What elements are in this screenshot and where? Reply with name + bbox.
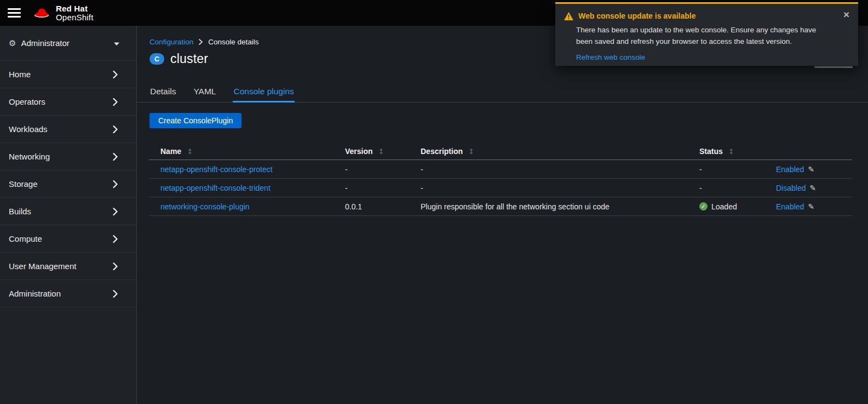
sidebar-item-label: Compute <box>9 234 42 243</box>
breadcrumb: Configuration Console details <box>150 38 259 46</box>
chevron-right-icon <box>113 126 118 133</box>
pencil-edit-icon[interactable]: ✎ <box>809 184 816 192</box>
sidebar-item-label: Workloads <box>9 124 48 134</box>
plugin-name-link[interactable]: netapp-openshift-console-protect <box>160 165 273 174</box>
sidebar-item-label: Operators <box>9 97 45 106</box>
plugin-status-label: Loaded <box>711 202 737 211</box>
sidebar-item-compute[interactable]: Compute <box>0 225 136 253</box>
tab-details[interactable]: Details <box>150 82 176 103</box>
plugin-toggle-link[interactable]: Disabled <box>776 184 806 192</box>
sidebar-item-label: User Management <box>9 261 76 271</box>
column-header-status: Status ↕ <box>699 147 776 156</box>
chevron-right-icon <box>113 235 118 243</box>
sidebar-item-storage[interactable]: Storage <box>0 170 136 198</box>
sort-icon[interactable]: ↕ <box>728 147 734 156</box>
pencil-edit-icon[interactable]: ✎ <box>808 165 814 174</box>
column-header-name: Name ↕ <box>149 147 345 156</box>
brand-logo: Red Hat OpenShift <box>32 4 94 22</box>
chevron-right-icon <box>113 153 118 161</box>
chevron-right-icon <box>113 208 118 215</box>
sidebar-item-label: Storage <box>9 179 38 189</box>
sidebar-item-networking[interactable]: Networking <box>0 143 136 170</box>
warning-triangle-icon <box>564 12 573 20</box>
sidebar-item-builds[interactable]: Builds <box>0 198 136 225</box>
plugin-toggle-link[interactable]: Enabled <box>776 202 804 211</box>
main-content: Configuration Console details C cluster … <box>137 26 868 404</box>
sidebar-item-label: Home <box>9 70 31 79</box>
sort-icon[interactable]: ↕ <box>378 147 384 156</box>
sidebar-item-label: Networking <box>9 152 50 161</box>
plugin-status: - <box>699 165 776 174</box>
sidebar-item-user-management[interactable]: User Management <box>0 253 136 280</box>
tab-console-plugins[interactable]: Console plugins <box>233 82 294 103</box>
table-row: netapp-openshift-console-trident - - - D… <box>149 179 852 197</box>
caret-down-icon <box>113 38 120 48</box>
plugin-description: - <box>421 184 699 192</box>
cogs-icon: ⚙ <box>9 39 16 47</box>
console-plugins-table: Name ↕ Version ↕ Description ↕ Status ↕ … <box>149 143 852 216</box>
table-header-row: Name ↕ Version ↕ Description ↕ Status ↕ <box>149 143 852 160</box>
sidebar-item-operators[interactable]: Operators <box>0 88 136 116</box>
breadcrumb-current: Console details <box>208 38 258 46</box>
close-icon[interactable]: × <box>843 9 849 20</box>
brand-line2: OpenShift <box>56 13 94 22</box>
sidebar-item-home[interactable]: Home <box>0 61 136 88</box>
column-header-label: Name <box>160 147 181 156</box>
sidebar-item-label: Builds <box>9 207 31 216</box>
toast-body: There has been an update to the web cons… <box>576 25 829 48</box>
toast-header: Web console update is available <box>564 12 849 20</box>
plugin-name-cell: netapp-openshift-console-trident <box>149 184 345 192</box>
chevron-right-icon <box>113 180 118 188</box>
plugin-name-link[interactable]: netapp-openshift-console-trident <box>160 184 271 192</box>
tab-bar: Details YAML Console plugins <box>137 82 868 103</box>
page-title-row: C cluster <box>150 52 208 66</box>
success-check-icon: ✓ <box>699 202 708 210</box>
breadcrumb-configuration-link[interactable]: Configuration <box>150 38 193 46</box>
sidebar-nav: ⚙ Administrator Home Operators Workloads… <box>0 26 137 404</box>
chevron-right-icon <box>113 98 118 106</box>
brand-line1: Red Hat <box>56 4 94 13</box>
chevron-right-icon <box>113 71 118 78</box>
plugin-toggle-cell: Disabled ✎ <box>776 184 852 192</box>
column-header-description: Description ↕ <box>421 147 699 156</box>
table-row: netapp-openshift-console-protect - - - E… <box>149 160 852 179</box>
plugin-name-link[interactable]: networking-console-plugin <box>160 202 250 211</box>
plugin-name-cell: netapp-openshift-console-protect <box>149 165 345 174</box>
plugin-description: Plugin responsible for all the networkin… <box>421 202 699 211</box>
chevron-right-icon <box>113 263 118 270</box>
plugin-version: - <box>345 184 421 192</box>
chevron-right-icon <box>113 290 118 298</box>
plugin-name-cell: networking-console-plugin <box>149 202 345 211</box>
column-header-label: Description <box>421 147 463 156</box>
nav-toggle-hamburger-icon[interactable] <box>8 8 21 18</box>
column-header-version: Version ↕ <box>345 147 421 156</box>
plugin-toggle-cell: Enabled ✎ <box>776 165 852 174</box>
column-header-label: Version <box>345 147 373 156</box>
tab-yaml[interactable]: YAML <box>193 82 216 103</box>
refresh-web-console-link[interactable]: Refresh web console <box>576 53 645 61</box>
create-consoleplugin-button[interactable]: Create ConsolePlugin <box>150 113 242 128</box>
plugin-toggle-link[interactable]: Enabled <box>776 165 804 174</box>
brand-text: Red Hat OpenShift <box>56 4 94 22</box>
breadcrumb-separator-icon <box>199 39 203 45</box>
sidebar-item-workloads[interactable]: Workloads <box>0 116 136 143</box>
sort-icon[interactable]: ↕ <box>187 147 193 156</box>
plugin-toggle-cell: Enabled ✎ <box>776 202 852 211</box>
update-notification-toast: Web console update is available × There … <box>555 2 858 66</box>
resource-badge: C <box>150 53 164 65</box>
plugin-version: - <box>345 165 421 174</box>
sidebar-item-administration[interactable]: Administration <box>0 280 136 308</box>
perspective-switcher[interactable]: ⚙ Administrator <box>0 26 136 61</box>
plugin-status: ✓ Loaded <box>699 202 776 211</box>
plugin-version: 0.0.1 <box>345 202 421 211</box>
perspective-label: Administrator <box>21 38 69 48</box>
pencil-edit-icon[interactable]: ✎ <box>808 202 814 211</box>
page-title: cluster <box>170 52 208 66</box>
sort-icon[interactable]: ↕ <box>468 147 474 156</box>
table-row: networking-console-plugin 0.0.1 Plugin r… <box>149 197 852 216</box>
sidebar-item-label: Administration <box>9 289 61 298</box>
column-header-label: Status <box>699 147 723 156</box>
redhat-fedora-icon <box>32 6 51 20</box>
plugin-status: - <box>699 184 776 192</box>
plugin-description: - <box>421 165 699 174</box>
